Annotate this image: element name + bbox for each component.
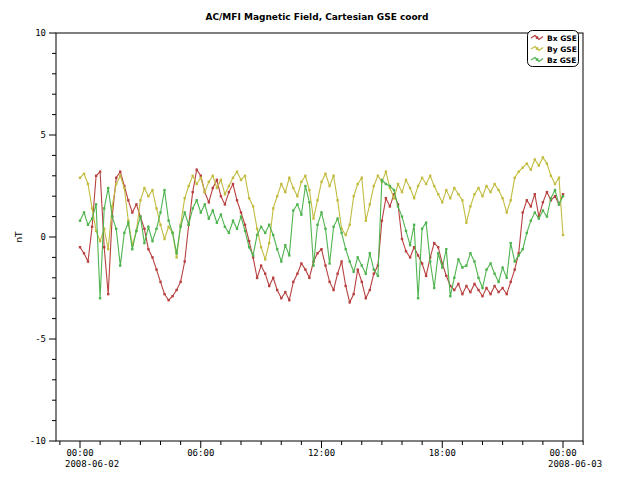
data-point-marker — [336, 199, 338, 201]
x-tick-date-label: 2008-06-03 — [548, 459, 602, 469]
data-point-marker — [550, 175, 552, 177]
data-point-marker — [248, 197, 250, 199]
data-point-marker — [196, 183, 198, 185]
data-point-marker — [393, 189, 395, 191]
data-point-marker — [308, 277, 310, 279]
data-point-marker — [167, 220, 169, 222]
data-point-marker — [179, 226, 181, 228]
data-point-marker — [349, 301, 351, 303]
data-point-marker — [336, 273, 338, 275]
data-point-marker — [489, 293, 491, 295]
data-point-marker — [501, 287, 503, 289]
data-point-marker — [192, 175, 194, 177]
data-point-marker — [232, 220, 234, 222]
data-point-marker — [256, 228, 258, 230]
data-point-marker — [244, 224, 246, 226]
data-point-marker — [554, 189, 556, 191]
data-point-marker — [212, 209, 214, 211]
x-tick-label: 18:00 — [429, 448, 456, 458]
data-point-marker — [457, 258, 459, 260]
data-point-marker — [204, 203, 206, 205]
data-point-marker — [357, 268, 359, 270]
data-point-marker — [481, 195, 483, 197]
data-point-marker — [179, 281, 181, 283]
data-point-marker — [184, 260, 186, 262]
data-point-marker — [514, 268, 516, 270]
data-point-marker — [292, 187, 294, 189]
data-point-marker — [184, 211, 186, 213]
data-point-marker — [107, 187, 109, 189]
data-point-marker — [473, 260, 475, 262]
data-point-marker — [208, 181, 210, 183]
chart-title: AC/MFI Magnetic Field, Cartesian GSE coo… — [205, 12, 428, 22]
data-point-marker — [280, 297, 282, 299]
data-point-marker — [433, 242, 435, 244]
data-point-marker — [417, 297, 419, 299]
data-point-marker — [510, 242, 512, 244]
y-tick-label: 10 — [35, 28, 46, 38]
data-point-marker — [461, 293, 463, 295]
data-point-marker — [256, 234, 258, 236]
data-point-marker — [401, 215, 403, 217]
data-point-marker — [530, 220, 532, 222]
data-point-marker — [340, 232, 342, 234]
data-point-marker — [240, 215, 242, 217]
legend-label-bz: Bz GSE — [547, 56, 576, 65]
data-point-marker — [357, 183, 359, 185]
data-point-marker — [167, 299, 169, 301]
data-point-marker — [413, 224, 415, 226]
data-point-marker — [276, 195, 278, 197]
data-point-marker — [224, 193, 226, 195]
data-point-marker — [284, 191, 286, 193]
data-point-marker — [304, 268, 306, 270]
data-point-marker — [497, 291, 499, 293]
data-point-marker — [119, 175, 121, 177]
data-point-marker — [147, 226, 149, 228]
data-point-marker — [369, 289, 371, 291]
y-tick-label: -10 — [30, 436, 46, 446]
data-point-marker — [373, 268, 375, 270]
data-point-marker — [151, 189, 153, 191]
data-point-marker — [196, 169, 198, 171]
data-point-marker — [469, 291, 471, 293]
data-point-marker — [534, 158, 536, 160]
data-point-marker — [107, 293, 109, 295]
data-point-marker — [493, 285, 495, 287]
data-point-marker — [87, 183, 89, 185]
data-point-marker — [127, 199, 129, 201]
data-point-marker — [316, 224, 318, 226]
chart-background — [0, 0, 640, 480]
data-point-marker — [103, 246, 105, 248]
data-point-marker — [216, 179, 218, 181]
data-point-marker — [381, 220, 383, 222]
data-point-marker — [188, 224, 190, 226]
data-point-marker — [522, 166, 524, 168]
data-point-marker — [276, 289, 278, 291]
data-point-marker — [385, 171, 387, 173]
data-point-marker — [143, 228, 145, 230]
data-point-marker — [292, 281, 294, 283]
data-point-marker — [200, 177, 202, 179]
data-point-marker — [232, 183, 234, 185]
data-point-marker — [280, 260, 282, 262]
data-point-marker — [377, 175, 379, 177]
data-point-marker — [437, 246, 439, 248]
data-point-marker — [401, 238, 403, 240]
data-point-marker — [264, 232, 266, 234]
data-point-marker — [361, 264, 363, 266]
data-point-marker — [264, 258, 266, 260]
data-point-marker — [510, 199, 512, 201]
data-point-marker — [324, 173, 326, 175]
data-point-marker — [131, 248, 133, 250]
data-point-marker — [228, 185, 230, 187]
data-point-marker — [393, 197, 395, 199]
data-point-marker — [441, 266, 443, 268]
data-point-marker — [381, 179, 383, 181]
data-point-marker — [542, 209, 544, 211]
data-point-marker — [212, 187, 214, 189]
data-point-marker — [216, 222, 218, 224]
data-point-marker — [240, 211, 242, 213]
data-point-marker — [200, 211, 202, 213]
data-point-marker — [538, 164, 540, 166]
data-point-marker — [99, 297, 101, 299]
